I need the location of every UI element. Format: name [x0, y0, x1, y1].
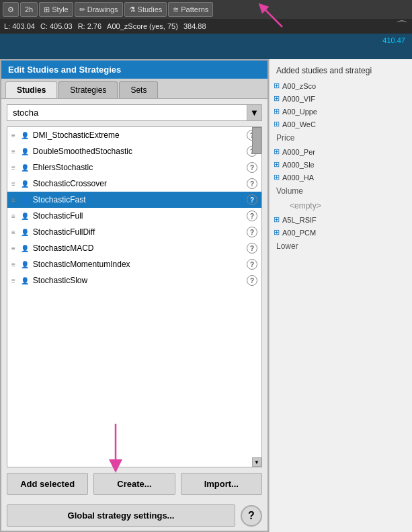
help-icon[interactable]: ?	[247, 259, 257, 270]
right-study-item: ⊞ A00_PCM	[270, 226, 412, 239]
tab-strategies[interactable]: Strategies	[58, 81, 118, 98]
search-field-wrapper: ▼	[7, 104, 262, 121]
dialog-help-button[interactable]: ?	[241, 505, 262, 527]
drag-handle: ≡	[11, 245, 15, 252]
drawings-icon: ✏	[79, 5, 85, 14]
study-name: EhlersStochastic	[33, 163, 244, 172]
study-person-icon: 👤	[19, 146, 30, 157]
dialog-tabs: Studies Strategies Sets	[1, 79, 267, 99]
search-dropdown-btn[interactable]: ▼	[247, 105, 261, 120]
search-area: ▼	[1, 99, 267, 126]
right-study-icon: ⊞	[274, 94, 280, 103]
right-study-icon: ⊞	[274, 215, 280, 224]
study-person-icon: 👤	[19, 227, 30, 237]
study-item-dmi[interactable]: ≡ 👤 DMI_StochasticExtreme ?	[7, 127, 261, 143]
study-person-icon: 👤	[19, 243, 30, 254]
add-selected-button[interactable]: Add selected	[7, 473, 88, 495]
lower-section-label: Lower	[270, 239, 412, 254]
right-study-item: ⊞ A00_zSco	[270, 79, 412, 92]
import-button[interactable]: Import...	[181, 473, 262, 495]
study-item-macd[interactable]: ≡ 👤 StochasticMACD ?	[7, 240, 261, 256]
c-label: C: 405.03	[40, 22, 73, 30]
right-study-name: A00_PCM	[282, 229, 316, 237]
drag-handle: ≡	[11, 164, 15, 172]
drag-handle: ≡	[11, 213, 15, 220]
scroll-down-btn[interactable]: ▼	[252, 457, 261, 467]
modal-container: Edit Studies and Strategies Studies Stra…	[0, 59, 412, 532]
study-person-icon: 👤	[19, 130, 30, 141]
style-btn[interactable]: ⊞ Style	[39, 2, 73, 17]
global-settings-row: Global strategy settings... ?	[1, 500, 267, 531]
study-name: StochasticFull	[33, 211, 244, 221]
action-buttons: Add selected Create... Import...	[1, 467, 267, 500]
top-toolbar: ⚙ 2h ⊞ Style ✏ Drawings ⚗ Studies ≋ Patt…	[0, 0, 412, 19]
right-study-name: A000_Per	[282, 148, 315, 156]
study-item-crossover[interactable]: ≡ 👤 StochasticCrossover ?	[7, 176, 261, 192]
study-name: DoubleSmoothedStochastic	[33, 147, 244, 156]
drawings-btn[interactable]: ✏ Drawings	[75, 2, 123, 17]
right-study-icon: ⊞	[274, 147, 280, 156]
help-icon[interactable]: ?	[247, 162, 257, 173]
dialog-title: Edit Studies and Strategies	[1, 61, 267, 79]
right-study-item: ⊞ A000_VIF	[270, 92, 412, 105]
study-label: A00_zScore (yes, 75)	[107, 22, 178, 30]
studies-btn[interactable]: ⚗ Studies	[124, 2, 167, 17]
help-icon[interactable]: ?	[247, 275, 257, 286]
study-name: DMI_StochasticExtreme	[33, 130, 244, 140]
right-study-item: ⊞ A00_Uppe	[270, 105, 412, 118]
info-bar: L: 403.04 C: 405.03 R: 2.76 A00_zScore (…	[0, 19, 412, 34]
right-study-name: A00_zSco	[282, 82, 316, 90]
help-icon[interactable]: ?	[247, 243, 257, 254]
study-person-icon: 👤	[19, 162, 30, 173]
study-item-fulldiff[interactable]: ≡ 👤 StochasticFullDiff ?	[7, 224, 261, 240]
study-name: StochasticFullDiff	[33, 227, 244, 237]
study-name: StochasticMomentumIndex	[33, 260, 244, 269]
study-item-momentum[interactable]: ≡ 👤 StochasticMomentumIndex ?	[7, 256, 261, 272]
gear-btn[interactable]: ⚙	[3, 2, 19, 17]
drag-handle: ≡	[11, 229, 15, 236]
right-panel-title: Added studies and strategi	[270, 59, 412, 79]
study-item-double[interactable]: ≡ 👤 DoubleSmoothedStochastic ?	[7, 143, 261, 159]
chart-price-right: 410.47	[382, 36, 405, 44]
study-item-slow[interactable]: ≡ 👤 StochasticSlow ?	[7, 272, 261, 289]
right-study-icon: ⊞	[274, 160, 280, 169]
global-strategy-settings-button[interactable]: Global strategy settings...	[7, 504, 235, 527]
search-input[interactable]	[13, 108, 243, 118]
studies-list: ▲ ▼ ≡ 👤 DMI_StochasticExtreme ? ≡ 👤 Doub…	[7, 126, 262, 467]
right-study-name: A000_HA	[282, 174, 314, 182]
edit-studies-dialog: Edit Studies and Strategies Studies Stra…	[0, 59, 269, 532]
empty-volume-label: <empty>	[270, 198, 412, 213]
help-icon[interactable]: ?	[247, 227, 257, 237]
drag-handle: ≡	[11, 180, 15, 188]
study-item-full[interactable]: ≡ 👤 StochasticFull ?	[7, 208, 261, 224]
study-name: StochasticMACD	[33, 243, 244, 253]
price-value: 384.88	[183, 22, 206, 30]
right-study-icon: ⊞	[274, 173, 280, 182]
price-display-icon: ⌒	[396, 18, 408, 34]
patterns-btn[interactable]: ≋ Patterns	[168, 2, 213, 17]
drag-handle: ≡	[11, 132, 15, 139]
right-study-name: A00_WeC	[282, 120, 316, 128]
study-person-icon: 👤	[19, 259, 30, 270]
tab-studies[interactable]: Studies	[5, 81, 57, 98]
right-study-icon: ⊞	[274, 81, 280, 90]
right-study-name: A000_Sle	[282, 161, 315, 169]
study-item-fast[interactable]: ≡ 👤 StochasticFast ?	[7, 192, 261, 208]
study-person-icon: 👤	[19, 178, 30, 189]
right-study-item: ⊞ A000_Per	[270, 145, 412, 158]
tab-sets[interactable]: Sets	[119, 81, 158, 98]
volume-section-label: Volume	[270, 184, 412, 198]
help-icon[interactable]: ?	[247, 211, 257, 221]
study-name: StochasticCrossover	[33, 179, 244, 188]
help-icon[interactable]: ?	[247, 194, 257, 205]
timeframe-btn[interactable]: 2h	[20, 2, 38, 17]
right-study-name: A00_Uppe	[282, 108, 317, 116]
study-item-ehlers[interactable]: ≡ 👤 EhlersStochastic ?	[7, 159, 261, 176]
l-label: L: 403.04	[4, 22, 35, 30]
drag-handle: ≡	[11, 277, 15, 284]
help-icon[interactable]: ?	[247, 178, 257, 189]
create-button[interactable]: Create...	[93, 473, 175, 495]
scroll-thumb[interactable]	[252, 127, 261, 154]
right-study-name: A000_VIF	[282, 95, 315, 103]
r-label: R: 2.76	[78, 22, 101, 30]
